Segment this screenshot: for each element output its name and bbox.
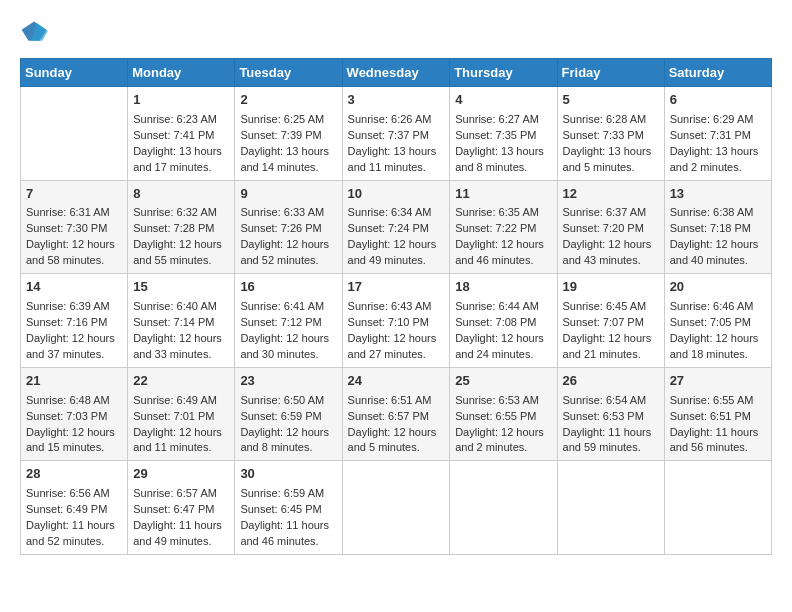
logo-icon bbox=[20, 20, 48, 42]
day-number: 12 bbox=[563, 185, 659, 204]
calendar-cell: 18Sunrise: 6:44 AMSunset: 7:08 PMDayligh… bbox=[450, 274, 557, 368]
day-number: 1 bbox=[133, 91, 229, 110]
sunrise-text: Sunrise: 6:43 AM bbox=[348, 299, 445, 315]
calendar-cell: 20Sunrise: 6:46 AMSunset: 7:05 PMDayligh… bbox=[664, 274, 771, 368]
calendar-week-5: 28Sunrise: 6:56 AMSunset: 6:49 PMDayligh… bbox=[21, 461, 772, 555]
sunrise-text: Sunrise: 6:54 AM bbox=[563, 393, 659, 409]
day-number: 4 bbox=[455, 91, 551, 110]
calendar-cell: 8Sunrise: 6:32 AMSunset: 7:28 PMDaylight… bbox=[128, 180, 235, 274]
sunset-text: Sunset: 7:41 PM bbox=[133, 128, 229, 144]
daylight-text: Daylight: 12 hours and 8 minutes. bbox=[240, 425, 336, 457]
day-number: 9 bbox=[240, 185, 336, 204]
daylight-text: Daylight: 12 hours and 30 minutes. bbox=[240, 331, 336, 363]
calendar-cell bbox=[664, 461, 771, 555]
calendar-header: SundayMondayTuesdayWednesdayThursdayFrid… bbox=[21, 59, 772, 87]
sunrise-text: Sunrise: 6:51 AM bbox=[348, 393, 445, 409]
day-number: 24 bbox=[348, 372, 445, 391]
daylight-text: Daylight: 12 hours and 55 minutes. bbox=[133, 237, 229, 269]
calendar-cell: 5Sunrise: 6:28 AMSunset: 7:33 PMDaylight… bbox=[557, 87, 664, 181]
day-number: 6 bbox=[670, 91, 766, 110]
sunrise-text: Sunrise: 6:49 AM bbox=[133, 393, 229, 409]
daylight-text: Daylight: 12 hours and 18 minutes. bbox=[670, 331, 766, 363]
sunrise-text: Sunrise: 6:45 AM bbox=[563, 299, 659, 315]
sunrise-text: Sunrise: 6:25 AM bbox=[240, 112, 336, 128]
daylight-text: Daylight: 12 hours and 5 minutes. bbox=[348, 425, 445, 457]
day-number: 7 bbox=[26, 185, 122, 204]
calendar-cell: 9Sunrise: 6:33 AMSunset: 7:26 PMDaylight… bbox=[235, 180, 342, 274]
sunset-text: Sunset: 6:51 PM bbox=[670, 409, 766, 425]
sunset-text: Sunset: 7:01 PM bbox=[133, 409, 229, 425]
sunrise-text: Sunrise: 6:40 AM bbox=[133, 299, 229, 315]
sunrise-text: Sunrise: 6:38 AM bbox=[670, 205, 766, 221]
calendar-cell: 21Sunrise: 6:48 AMSunset: 7:03 PMDayligh… bbox=[21, 367, 128, 461]
sunset-text: Sunset: 7:05 PM bbox=[670, 315, 766, 331]
calendar-cell: 1Sunrise: 6:23 AMSunset: 7:41 PMDaylight… bbox=[128, 87, 235, 181]
sunset-text: Sunset: 6:59 PM bbox=[240, 409, 336, 425]
sunrise-text: Sunrise: 6:41 AM bbox=[240, 299, 336, 315]
sunset-text: Sunset: 7:39 PM bbox=[240, 128, 336, 144]
sunset-text: Sunset: 7:24 PM bbox=[348, 221, 445, 237]
header-day-monday: Monday bbox=[128, 59, 235, 87]
sunset-text: Sunset: 7:20 PM bbox=[563, 221, 659, 237]
sunrise-text: Sunrise: 6:37 AM bbox=[563, 205, 659, 221]
sunset-text: Sunset: 7:18 PM bbox=[670, 221, 766, 237]
daylight-text: Daylight: 12 hours and 46 minutes. bbox=[455, 237, 551, 269]
calendar-week-2: 7Sunrise: 6:31 AMSunset: 7:30 PMDaylight… bbox=[21, 180, 772, 274]
day-number: 18 bbox=[455, 278, 551, 297]
daylight-text: Daylight: 13 hours and 2 minutes. bbox=[670, 144, 766, 176]
calendar-cell: 12Sunrise: 6:37 AMSunset: 7:20 PMDayligh… bbox=[557, 180, 664, 274]
sunrise-text: Sunrise: 6:29 AM bbox=[670, 112, 766, 128]
sunset-text: Sunset: 7:30 PM bbox=[26, 221, 122, 237]
day-number: 16 bbox=[240, 278, 336, 297]
calendar-table: SundayMondayTuesdayWednesdayThursdayFrid… bbox=[20, 58, 772, 555]
daylight-text: Daylight: 12 hours and 49 minutes. bbox=[348, 237, 445, 269]
daylight-text: Daylight: 12 hours and 58 minutes. bbox=[26, 237, 122, 269]
sunrise-text: Sunrise: 6:56 AM bbox=[26, 486, 122, 502]
day-number: 11 bbox=[455, 185, 551, 204]
sunset-text: Sunset: 7:33 PM bbox=[563, 128, 659, 144]
sunset-text: Sunset: 6:49 PM bbox=[26, 502, 122, 518]
day-number: 30 bbox=[240, 465, 336, 484]
calendar-cell: 10Sunrise: 6:34 AMSunset: 7:24 PMDayligh… bbox=[342, 180, 450, 274]
calendar-cell bbox=[557, 461, 664, 555]
day-number: 21 bbox=[26, 372, 122, 391]
day-number: 25 bbox=[455, 372, 551, 391]
sunrise-text: Sunrise: 6:31 AM bbox=[26, 205, 122, 221]
calendar-body: 1Sunrise: 6:23 AMSunset: 7:41 PMDaylight… bbox=[21, 87, 772, 555]
sunset-text: Sunset: 7:07 PM bbox=[563, 315, 659, 331]
day-number: 17 bbox=[348, 278, 445, 297]
daylight-text: Daylight: 13 hours and 11 minutes. bbox=[348, 144, 445, 176]
day-number: 23 bbox=[240, 372, 336, 391]
sunset-text: Sunset: 6:47 PM bbox=[133, 502, 229, 518]
daylight-text: Daylight: 12 hours and 2 minutes. bbox=[455, 425, 551, 457]
sunset-text: Sunset: 7:35 PM bbox=[455, 128, 551, 144]
day-number: 19 bbox=[563, 278, 659, 297]
header-day-tuesday: Tuesday bbox=[235, 59, 342, 87]
day-number: 3 bbox=[348, 91, 445, 110]
calendar-cell: 28Sunrise: 6:56 AMSunset: 6:49 PMDayligh… bbox=[21, 461, 128, 555]
daylight-text: Daylight: 13 hours and 17 minutes. bbox=[133, 144, 229, 176]
sunrise-text: Sunrise: 6:39 AM bbox=[26, 299, 122, 315]
sunrise-text: Sunrise: 6:32 AM bbox=[133, 205, 229, 221]
sunrise-text: Sunrise: 6:50 AM bbox=[240, 393, 336, 409]
day-number: 13 bbox=[670, 185, 766, 204]
sunset-text: Sunset: 7:37 PM bbox=[348, 128, 445, 144]
calendar-cell: 14Sunrise: 6:39 AMSunset: 7:16 PMDayligh… bbox=[21, 274, 128, 368]
calendar-cell: 30Sunrise: 6:59 AMSunset: 6:45 PMDayligh… bbox=[235, 461, 342, 555]
calendar-cell: 22Sunrise: 6:49 AMSunset: 7:01 PMDayligh… bbox=[128, 367, 235, 461]
daylight-text: Daylight: 12 hours and 52 minutes. bbox=[240, 237, 336, 269]
daylight-text: Daylight: 11 hours and 49 minutes. bbox=[133, 518, 229, 550]
daylight-text: Daylight: 12 hours and 43 minutes. bbox=[563, 237, 659, 269]
sunrise-text: Sunrise: 6:48 AM bbox=[26, 393, 122, 409]
sunrise-text: Sunrise: 6:44 AM bbox=[455, 299, 551, 315]
day-number: 14 bbox=[26, 278, 122, 297]
daylight-text: Daylight: 11 hours and 52 minutes. bbox=[26, 518, 122, 550]
calendar-cell: 3Sunrise: 6:26 AMSunset: 7:37 PMDaylight… bbox=[342, 87, 450, 181]
calendar-cell bbox=[342, 461, 450, 555]
sunrise-text: Sunrise: 6:23 AM bbox=[133, 112, 229, 128]
daylight-text: Daylight: 12 hours and 37 minutes. bbox=[26, 331, 122, 363]
day-number: 8 bbox=[133, 185, 229, 204]
calendar-cell: 29Sunrise: 6:57 AMSunset: 6:47 PMDayligh… bbox=[128, 461, 235, 555]
sunset-text: Sunset: 6:57 PM bbox=[348, 409, 445, 425]
page-header bbox=[20, 20, 772, 42]
